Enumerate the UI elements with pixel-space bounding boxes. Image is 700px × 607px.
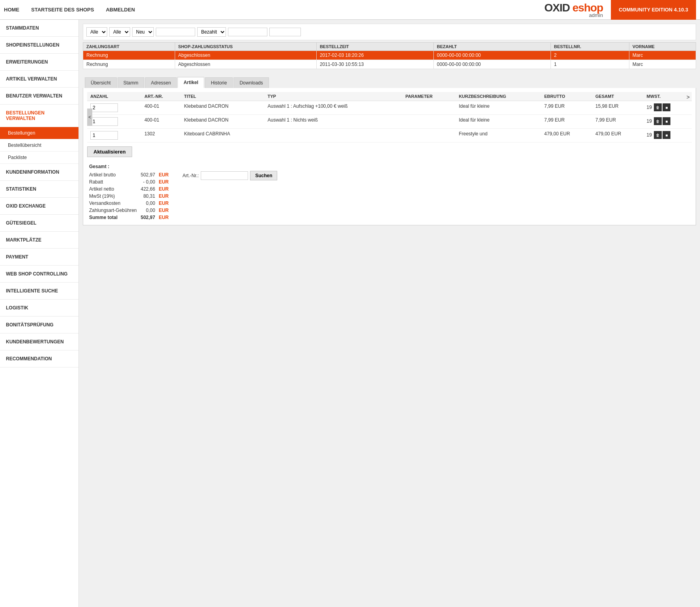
sidebar-subitem-bestelluebersicht[interactable]: Bestellübersicht [0,139,78,152]
filter-input-3[interactable] [269,28,301,36]
article-anzahl-cell-0 [87,101,141,115]
sidebar-item-benutzer-verwalten[interactable]: BENUTZER VERWALTEN [0,88,78,105]
sidebar-item-bestellungen-verwalten[interactable]: BESTELLUNGEN VERWALTEN [0,105,78,127]
article-parameter-cell-1 [402,115,455,129]
article-mwst-cell-1: 19 🗑■ [644,115,692,129]
filter-select-3[interactable]: Neu [132,27,154,37]
filter-input-1[interactable] [156,28,195,36]
summary-label-2: Artikel netto [87,185,139,193]
tab-artikel[interactable]: Artikel [177,77,204,88]
sidebar-item-artikel-verwalten[interactable]: ARTIKEL VERWALTEN [0,71,78,88]
order-row-0[interactable]: RechnungAbgeschlossen2017-02-03 18:20:26… [83,51,696,60]
sidebar-item-guetesiegel[interactable]: GÜTESIEGEL [0,215,78,232]
summary-title: Gesamt : [87,163,171,171]
detail-panel: < > ANZAHL ART.-NR. TITEL TYP PARAMETER … [83,88,696,225]
article-mwst-cell-2: 19 🗑■ [644,129,692,142]
sidebar-item-marktplaetze[interactable]: MARKTPLÄTZE [0,232,78,249]
order-cell-1-5: Marc [629,60,696,69]
article-edit-btn-1[interactable]: ■ [663,117,670,125]
sidebar-item-stammdaten[interactable]: STAMMDATEN [0,20,78,37]
article-delete-btn-0[interactable]: 🗑 [654,103,662,111]
summary-currency-0: EUR [157,171,170,178]
sidebar-item-recommendation[interactable]: RECOMMENDATION [0,350,78,367]
order-row-1[interactable]: RechnungAbgeschlossen2011-03-30 10:55:13… [83,60,696,69]
summary-value-2: 422,66 [139,185,157,193]
tab-adressen[interactable]: Adressen [145,77,177,88]
tab-downloads[interactable]: Downloads [233,77,269,88]
summary-value-5: 0,00 [139,207,157,214]
article-col-titel: TITEL [181,92,265,101]
sidebar-item-kundeninformation[interactable]: KUNDENINFORMATION [0,164,78,181]
summary-value-4: 0,00 [139,200,157,207]
sidebar-item-oxid-exchange[interactable]: OXID EXCHANGE [0,198,78,215]
sidebar-item-logistik[interactable]: LOGISTIK [0,300,78,317]
sidebar-item-intelligente-suche[interactable]: INTELLIGENTE SUCHE [0,283,78,300]
aktualisieren-button[interactable]: Aktualisieren [87,146,132,157]
sidebar-item-statistiken[interactable]: STATISTIKEN [0,181,78,198]
article-col-mwst: MWST. [644,92,692,101]
art-nr-input[interactable] [201,171,248,180]
sidebar-item-erweiterungen[interactable]: ERWEITERUNGEN [0,54,78,71]
sidebar-item-payment[interactable]: PAYMENT [0,249,78,266]
col-header-bestellzeit: BESTELLZEIT [316,43,433,51]
filter-select-1[interactable]: Alle [86,27,107,37]
tab-uebersicht[interactable]: Übersicht [85,77,117,88]
filter-select-2[interactable]: Alle [109,27,130,37]
order-cell-0-0: Rechnung [83,51,175,60]
summary-currency-4: EUR [157,200,170,207]
suchen-button[interactable]: Suchen [250,171,277,180]
article-edit-btn-2[interactable]: ■ [663,131,670,139]
order-cell-1-2: 2011-03-30 10:55:13 [316,60,433,69]
summary-row-4: Versandkosten0,00EUR [87,200,171,207]
summary-row-5: Zahlungsart-Gebühren0,00EUR [87,207,171,214]
article-anzahl-input-2[interactable] [90,131,118,140]
order-cell-1-3: 0000-00-00 00:00:00 [433,60,551,69]
article-row-0: 400-01Klebeband DACRONAuswahl 1 : Aufsch… [87,101,692,115]
article-anzahl-input-1[interactable] [90,117,118,126]
nav-startseite[interactable]: STARTSEITE DES SHOPS [31,5,94,15]
filter-input-2[interactable] [228,28,267,36]
article-anzahl-input-0[interactable] [90,103,118,112]
main-layout: STAMMDATEN SHOPEINSTELLUNGEN ERWEITERUNG… [0,20,700,607]
summary-currency-2: EUR [157,185,170,193]
summary-label-3: MwSt (19%) [87,193,139,200]
tab-historie[interactable]: Historie [205,77,233,88]
article-kurzbeschreibung-cell-0: Ideal für kleine [455,101,541,115]
tab-stamm[interactable]: Stamm [118,77,144,88]
detail-scroll-area: < > ANZAHL ART.-NR. TITEL TYP PARAMETER … [87,92,692,142]
col-header-shop-zahlungsstatus: SHOP-ZAHLUNGSSTATUS [175,43,316,51]
sidebar-item-kundenbewertungen[interactable]: KUNDENBEWERTUNGEN [0,333,78,350]
article-edit-btn-0[interactable]: ■ [663,103,670,111]
article-artnr-cell-2: 1302 [141,129,181,142]
edition-badge: COMMUNITY EDITION 4.10.3 [611,0,696,20]
nav-abmelden[interactable]: ABMELDEN [106,5,135,15]
nav-arrow-right[interactable]: > [687,94,690,100]
col-header-zahlungsart: ZAHLUNGSART [83,43,175,51]
nav-home[interactable]: HOME [4,5,19,15]
top-nav: HOME STARTSEITE DES SHOPS ABMELDEN OXID … [0,0,700,20]
article-parameter-cell-0 [402,101,455,115]
filter-select-4[interactable]: Bezahlt [197,27,226,37]
sidebar-subitem-packliste[interactable]: Packliste [0,152,78,164]
nav-arrow-left[interactable]: < [87,109,92,126]
sidebar-item-web-shop-controlling[interactable]: WEB SHOP CONTROLLING [0,266,78,283]
article-delete-btn-2[interactable]: 🗑 [654,131,662,139]
summary-value-6: 502,97 [139,214,157,221]
article-gesamt-cell-0: 15,98 EUR [592,101,644,115]
sidebar-subitem-bestellungen[interactable]: Bestellungen [0,127,78,139]
summary-value-1: - 0,00 [139,178,157,185]
order-cell-0-2: 2017-02-03 18:20:26 [316,51,433,60]
article-mwst-cell-0: 19 🗑■ [644,101,692,115]
summary-label-5: Zahlungsart-Gebühren [87,207,139,214]
sidebar-item-shopeinstellungen[interactable]: SHOPEINSTELLUNGEN [0,37,78,54]
col-header-bezahlt: BEZAHLT [433,43,551,51]
article-table: ANZAHL ART.-NR. TITEL TYP PARAMETER KURZ… [87,92,692,142]
article-col-typ: TYP [264,92,402,101]
sidebar-item-bonitaetspruefung[interactable]: BONITÄTSPRÜFUNG [0,317,78,333]
summary-row-2: Artikel netto422,66EUR [87,185,171,193]
article-titel-cell-2: Kiteboard CABRINHA [181,129,265,142]
article-gesamt-cell-2: 479,00 EUR [592,129,644,142]
logo-eshop: eshop [570,2,603,14]
article-artnr-cell-0: 400-01 [141,101,181,115]
article-delete-btn-1[interactable]: 🗑 [654,117,662,125]
